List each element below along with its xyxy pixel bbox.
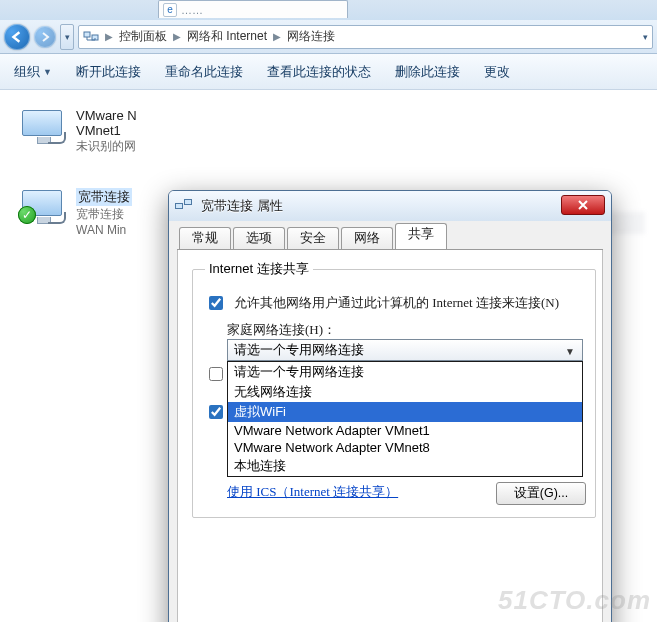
ics-help-link[interactable]: 使用 ICS（Internet 连接共享）: [227, 484, 398, 499]
tab-panel-sharing: Internet 连接共享 允许其他网络用户通过此计算机的 Internet 连…: [177, 250, 603, 622]
groupbox-legend: Internet 连接共享: [205, 260, 313, 278]
properties-dialog: 宽带连接 属性 常规 选项 安全 网络 共享 Internet 连接共享 允许其…: [168, 190, 612, 622]
dropdown-option[interactable]: VMware Network Adapter VMnet8: [228, 439, 582, 456]
chevron-down-icon: ▼: [562, 343, 578, 359]
connection-subname: 宽带连接: [76, 206, 132, 223]
close-button[interactable]: [561, 195, 605, 215]
connection-item-selected[interactable]: ✓ 宽带连接 宽带连接 WAN Min: [20, 188, 132, 237]
connection-item[interactable]: VMware N VMnet1 未识别的网: [20, 108, 137, 155]
ics-groupbox: Internet 连接共享 允许其他网络用户通过此计算机的 Internet 连…: [192, 260, 596, 518]
tab-network[interactable]: 网络: [341, 227, 393, 249]
combobox-value: 请选一个专用网络连接: [234, 341, 364, 359]
tab-options[interactable]: 选项: [233, 227, 285, 249]
svg-rect-0: [84, 32, 90, 37]
organize-menu[interactable]: 组织▼: [14, 63, 52, 81]
network-location-icon: [83, 29, 99, 45]
chevron-right-icon: ▶: [171, 31, 183, 42]
chevron-right-icon: ▶: [103, 31, 115, 42]
history-dropdown[interactable]: ▾: [60, 24, 74, 50]
close-icon: [577, 200, 589, 210]
dropdown-option[interactable]: 本地连接: [228, 456, 582, 476]
chevron-down-icon[interactable]: ▾: [643, 32, 648, 42]
view-status-button[interactable]: 查看此连接的状态: [267, 63, 371, 81]
secondary-checkbox-1[interactable]: [209, 367, 223, 381]
home-network-dropdown[interactable]: 请选一个专用网络连接 无线网络连接 虚拟WiFi VMware Network …: [227, 361, 583, 477]
settings-button[interactable]: 设置(G)...: [496, 482, 586, 505]
check-badge-icon: ✓: [18, 206, 36, 224]
tab-title: ……: [181, 4, 203, 16]
dropdown-option[interactable]: 无线网络连接: [228, 382, 582, 402]
dropdown-option-selected[interactable]: 虚拟WiFi: [228, 402, 582, 422]
network-adapter-icon: ✓: [20, 188, 68, 228]
network-adapter-icon: [20, 108, 68, 148]
connection-subname: VMnet1: [76, 123, 137, 138]
crumb-control-panel[interactable]: 控制面板: [119, 28, 167, 45]
window-titlebar: e ……: [0, 0, 657, 20]
dropdown-option[interactable]: VMware Network Adapter VMnet1: [228, 422, 582, 439]
connection-device: WAN Min: [76, 223, 132, 237]
command-bar: 组织▼ 断开此连接 重命名此连接 查看此连接的状态 删除此连接 更改: [0, 54, 657, 90]
arrow-right-icon: [40, 32, 50, 42]
change-button[interactable]: 更改: [484, 63, 510, 81]
home-network-label: 家庭网络连接(H)：: [227, 321, 583, 339]
chevron-right-icon: ▶: [271, 31, 283, 42]
tab-sharing[interactable]: 共享: [395, 223, 447, 249]
allow-sharing-label: 允许其他网络用户通过此计算机的 Internet 连接来连接(N): [234, 294, 564, 312]
arrow-left-icon: [11, 31, 23, 43]
disconnect-button[interactable]: 断开此连接: [76, 63, 141, 81]
nav-bar: ▾ ▶ 控制面板 ▶ 网络和 Internet ▶ 网络连接 ▾: [0, 20, 657, 54]
browser-tab[interactable]: e ……: [158, 0, 348, 18]
favicon-icon: e: [163, 3, 177, 17]
tab-strip: 常规 选项 安全 网络 共享: [169, 221, 611, 249]
dialog-title: 宽带连接 属性: [201, 197, 283, 215]
forward-button[interactable]: [34, 26, 56, 48]
dialog-titlebar[interactable]: 宽带连接 属性: [169, 191, 611, 221]
connections-list: VMware N VMnet1 未识别的网 ✓ 宽带连接 宽带连接 WAN Mi…: [0, 90, 657, 622]
tab-security[interactable]: 安全: [287, 227, 339, 249]
chevron-down-icon: ▼: [43, 67, 52, 77]
delete-button[interactable]: 删除此连接: [395, 63, 460, 81]
connection-icon: [175, 199, 193, 213]
allow-sharing-checkbox[interactable]: [209, 296, 223, 310]
crumb-network-connections[interactable]: 网络连接: [287, 28, 335, 45]
connection-name: VMware N: [76, 108, 137, 123]
crumb-network-internet[interactable]: 网络和 Internet: [187, 28, 267, 45]
home-network-combobox[interactable]: 请选一个专用网络连接 ▼: [227, 339, 583, 361]
secondary-checkbox-2[interactable]: [209, 405, 223, 419]
back-button[interactable]: [4, 24, 30, 50]
dropdown-option[interactable]: 请选一个专用网络连接: [228, 362, 582, 382]
tab-general[interactable]: 常规: [179, 227, 231, 249]
breadcrumb[interactable]: ▶ 控制面板 ▶ 网络和 Internet ▶ 网络连接 ▾: [78, 25, 653, 49]
connection-status: 未识别的网: [76, 138, 137, 155]
rename-button[interactable]: 重命名此连接: [165, 63, 243, 81]
connection-name: 宽带连接: [76, 188, 132, 206]
